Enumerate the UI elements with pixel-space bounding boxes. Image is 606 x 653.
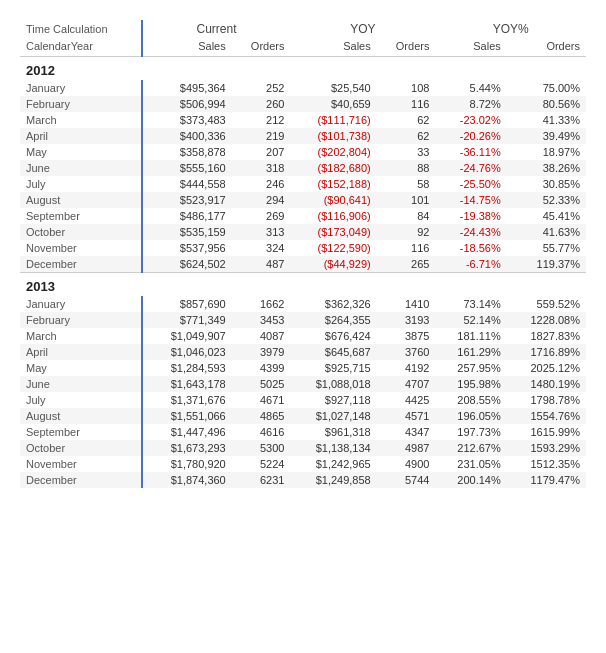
- yoy-pct-orders: 1798.78%: [507, 392, 586, 408]
- yoy-orders: 101: [377, 192, 436, 208]
- yoy-sales: ($101,738): [290, 128, 376, 144]
- yoy-pct-orders: 52.33%: [507, 192, 586, 208]
- current-group-label: Current: [142, 20, 291, 38]
- yoy-orders: 88: [377, 160, 436, 176]
- yoy-orders: 116: [377, 96, 436, 112]
- yoy-orders: 84: [377, 208, 436, 224]
- cur-sales: $1,551,066: [142, 408, 232, 424]
- month-label: May: [20, 144, 142, 160]
- yoy-orders: 1410: [377, 296, 436, 312]
- table-row: June $1,643,178 5025 $1,088,018 4707 195…: [20, 376, 586, 392]
- current-orders-col: Orders: [232, 38, 291, 57]
- yoy-sales: ($90,641): [290, 192, 376, 208]
- yoy-sales: $1,088,018: [290, 376, 376, 392]
- yoy-sales: ($182,680): [290, 160, 376, 176]
- cur-sales: $1,673,293: [142, 440, 232, 456]
- table-row: July $444,558 246 ($152,188) 58 -25.50% …: [20, 176, 586, 192]
- yoy-pct-orders: 41.33%: [507, 112, 586, 128]
- cur-sales: $1,046,023: [142, 344, 232, 360]
- cur-sales: $400,336: [142, 128, 232, 144]
- cur-sales: $1,371,676: [142, 392, 232, 408]
- cur-orders: 252: [232, 80, 291, 96]
- yoy-orders: 62: [377, 112, 436, 128]
- month-label: September: [20, 208, 142, 224]
- table-row: August $1,551,066 4865 $1,027,148 4571 1…: [20, 408, 586, 424]
- yoy-pct-sales: -6.71%: [435, 256, 506, 273]
- yoy-sales: $1,249,858: [290, 472, 376, 488]
- year-row: 2013: [20, 273, 586, 297]
- yoy-sales: ($202,804): [290, 144, 376, 160]
- calendar-year-col: CalendarYear: [20, 38, 142, 57]
- cur-orders: 212: [232, 112, 291, 128]
- yoy-orders: 3760: [377, 344, 436, 360]
- month-label: August: [20, 192, 142, 208]
- yoy-sales: ($111,716): [290, 112, 376, 128]
- yoy-pct-orders: 1593.29%: [507, 440, 586, 456]
- yoy-pct-sales: -19.38%: [435, 208, 506, 224]
- yoy-pct-orders: 30.85%: [507, 176, 586, 192]
- yoy-orders: 3193: [377, 312, 436, 328]
- cur-orders: 1662: [232, 296, 291, 312]
- yoy-pct-orders: 119.37%: [507, 256, 586, 273]
- yoy-pct-orders: 45.41%: [507, 208, 586, 224]
- cur-sales: $857,690: [142, 296, 232, 312]
- yoy-sales: ($122,590): [290, 240, 376, 256]
- yoy-pct-sales: 52.14%: [435, 312, 506, 328]
- cur-sales: $486,177: [142, 208, 232, 224]
- yoy-pct-orders: 1480.19%: [507, 376, 586, 392]
- yoy-pct-sales: 5.44%: [435, 80, 506, 96]
- cur-sales: $1,049,907: [142, 328, 232, 344]
- yoy-pct-orders: 1512.35%: [507, 456, 586, 472]
- cur-sales: $537,956: [142, 240, 232, 256]
- yoy-pct-orders: 1716.89%: [507, 344, 586, 360]
- yoy-sales: $645,687: [290, 344, 376, 360]
- yoy-pct-orders: 559.52%: [507, 296, 586, 312]
- table-row: December $1,874,360 6231 $1,249,858 5744…: [20, 472, 586, 488]
- yoy-pct-orders: 2025.12%: [507, 360, 586, 376]
- table-container: Time Calculation Current YOY YOY% Calend…: [20, 20, 586, 488]
- cur-sales: $1,284,593: [142, 360, 232, 376]
- yoy-pct-sales-col: Sales: [435, 38, 506, 57]
- yoy-pct-sales: 161.29%: [435, 344, 506, 360]
- month-label: June: [20, 376, 142, 392]
- current-sales-col: Sales: [142, 38, 232, 57]
- cur-sales: $771,349: [142, 312, 232, 328]
- yoy-sales: $1,242,965: [290, 456, 376, 472]
- yoy-pct-sales: 196.05%: [435, 408, 506, 424]
- cur-sales: $444,558: [142, 176, 232, 192]
- table-row: August $523,917 294 ($90,641) 101 -14.75…: [20, 192, 586, 208]
- yoy-pct-orders-col: Orders: [507, 38, 586, 57]
- cur-orders: 313: [232, 224, 291, 240]
- yoy-pct-sales: 195.98%: [435, 376, 506, 392]
- yoy-sales: $264,355: [290, 312, 376, 328]
- month-label: January: [20, 80, 142, 96]
- table-row: April $1,046,023 3979 $645,687 3760 161.…: [20, 344, 586, 360]
- month-label: April: [20, 344, 142, 360]
- yoy-pct-group-label: YOY%: [435, 20, 586, 38]
- yoy-sales: $25,540: [290, 80, 376, 96]
- yoy-sales: ($173,049): [290, 224, 376, 240]
- month-label: March: [20, 112, 142, 128]
- cur-orders: 324: [232, 240, 291, 256]
- yoy-orders: 62: [377, 128, 436, 144]
- cur-sales: $373,483: [142, 112, 232, 128]
- yoy-pct-orders: 18.97%: [507, 144, 586, 160]
- yoy-orders: 265: [377, 256, 436, 273]
- yoy-sales: ($116,906): [290, 208, 376, 224]
- month-label: February: [20, 312, 142, 328]
- yoy-pct-sales: 197.73%: [435, 424, 506, 440]
- yoy-pct-orders: 41.63%: [507, 224, 586, 240]
- month-label: August: [20, 408, 142, 424]
- yoy-pct-orders: 1228.08%: [507, 312, 586, 328]
- cur-sales: $555,160: [142, 160, 232, 176]
- cur-orders: 207: [232, 144, 291, 160]
- table-row: May $1,284,593 4399 $925,715 4192 257.95…: [20, 360, 586, 376]
- cur-sales: $1,447,496: [142, 424, 232, 440]
- yoy-orders: 4900: [377, 456, 436, 472]
- yoy-pct-orders: 38.26%: [507, 160, 586, 176]
- cur-orders: 4616: [232, 424, 291, 440]
- month-label: January: [20, 296, 142, 312]
- cur-orders: 294: [232, 192, 291, 208]
- yoy-pct-sales: -20.26%: [435, 128, 506, 144]
- month-label: May: [20, 360, 142, 376]
